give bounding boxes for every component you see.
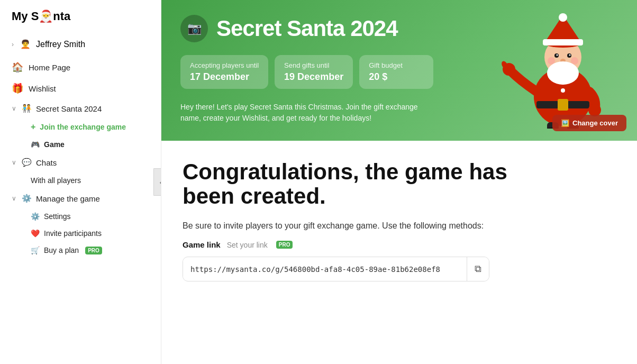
sidebar-item-home[interactable]: 🏠 Home Page <box>5 57 156 78</box>
invite-icon: ❤️ <box>31 229 40 238</box>
accepting-label: Accepting players until <box>190 61 259 69</box>
send-label: Send gifts until <box>284 61 343 69</box>
secret-santa-group-label: Secret Santa 2024 <box>36 104 102 113</box>
sidebar-item-join[interactable]: + Join the exchange game <box>24 118 156 136</box>
invite-description: Be sure to invite players to your gift e… <box>183 221 542 231</box>
page-content: Congratulations, the game has been creat… <box>161 141 563 301</box>
sidebar-group-secret-santa[interactable]: ∨ 🧑‍🤝‍🧑 Secret Santa 2024 <box>5 99 156 118</box>
change-cover-label: Change cover <box>572 119 618 127</box>
manage-sub: ⚙️ Settings ❤️ Invite participants 🛒 Buy… <box>5 208 156 259</box>
sidebar-user[interactable]: › 🧑‍🦱 Jeffrey Smith <box>5 34 156 54</box>
all-players-label: With all players <box>31 176 81 185</box>
sidebar-item-settings[interactable]: ⚙️ Settings <box>24 208 156 225</box>
sidebar: My S🎅nta › 🧑‍🦱 Jeffrey Smith 🏠 Home Page… <box>0 0 161 364</box>
pro-badge-link: PRO <box>276 241 293 249</box>
settings-label: Settings <box>44 212 71 221</box>
user-avatar: 🧑‍🦱 <box>20 39 31 49</box>
copy-icon: ⧉ <box>475 263 481 275</box>
game-link-row: Game link Set your link PRO <box>183 240 542 249</box>
svg-point-3 <box>561 88 565 93</box>
chats-group-label: Chats <box>36 158 57 167</box>
sidebar-item-home-label: Home Page <box>29 63 70 72</box>
svg-point-12 <box>557 54 558 56</box>
chevron-down-icon: ∨ <box>12 105 16 112</box>
game-icon: 🎮 <box>31 140 40 149</box>
hero-card-accepting: Accepting players until 17 December <box>180 55 268 89</box>
plus-icon: + <box>31 122 35 132</box>
hero-description: Hey there! Let's play Secret Santa this … <box>180 102 434 124</box>
set-your-link-label: Set your link <box>227 241 268 249</box>
sidebar-item-buy-plan[interactable]: 🛒 Buy a plan PRO <box>24 242 156 259</box>
chevron-right-icon: › <box>12 41 14 48</box>
hero-card-send: Send gifts until 19 December <box>275 55 353 89</box>
change-cover-button[interactable]: 🖼️ Change cover <box>552 115 626 131</box>
chats-sub: With all players <box>5 172 156 189</box>
main-content: 📷 Secret Santa 2024 Accepting players un… <box>161 0 637 364</box>
budget-label: Gift budget <box>369 61 424 69</box>
svg-point-8 <box>559 13 567 22</box>
pro-badge: PRO <box>85 247 102 254</box>
manage-icon: ⚙️ <box>22 194 32 203</box>
sidebar-nav: › 🧑‍🦱 Jeffrey Smith 🏠 Home Page 🎁 Wishli… <box>0 34 161 259</box>
chevron-down-icon-manage: ∨ <box>12 195 16 202</box>
secret-santa-sub: + Join the exchange game 🎮 Game <box>5 118 156 153</box>
secret-santa-icon: 🧑‍🤝‍🧑 <box>22 104 32 113</box>
manage-group-label: Manage the game <box>36 194 100 203</box>
invite-label: Invite participants <box>44 229 102 238</box>
camera-button[interactable]: 📷 <box>180 15 208 42</box>
camera-icon: 📷 <box>187 22 202 35</box>
hero-title: Secret Santa 2024 <box>216 16 398 41</box>
user-name: Jeffrey Smith <box>36 40 85 49</box>
sidebar-item-all-players[interactable]: With all players <box>24 172 156 189</box>
copy-url-button[interactable]: ⧉ <box>467 257 489 281</box>
game-label: Game <box>44 140 65 149</box>
sidebar-item-wishlist-label: Wishlist <box>29 84 56 93</box>
svg-rect-2 <box>558 99 568 111</box>
game-url-input[interactable] <box>183 259 467 280</box>
chevron-down-icon-chats: ∨ <box>12 159 16 166</box>
settings-icon: ⚙️ <box>31 212 40 221</box>
svg-point-18 <box>550 67 576 84</box>
svg-rect-9 <box>543 39 583 46</box>
svg-point-13 <box>569 54 571 56</box>
wishlist-icon: 🎁 <box>12 83 23 94</box>
sidebar-group-chats[interactable]: ∨ 💬 Chats <box>5 153 156 172</box>
app-logo: My S🎅nta <box>0 10 161 34</box>
url-row: ⧉ <box>183 257 489 281</box>
change-cover-icon: 🖼️ <box>561 119 569 127</box>
congrats-heading: Congratulations, the game has been creat… <box>183 160 542 208</box>
send-value: 19 December <box>284 71 343 83</box>
svg-point-14 <box>548 57 555 65</box>
game-link-label: Game link <box>183 240 221 249</box>
join-label: Join the exchange game <box>40 123 126 131</box>
buy-plan-label: Buy a plan <box>44 246 79 254</box>
sidebar-group-manage[interactable]: ∨ ⚙️ Manage the game <box>5 189 156 208</box>
budget-value: 20 $ <box>369 71 424 83</box>
sidebar-item-invite[interactable]: ❤️ Invite participants <box>24 225 156 242</box>
hero-card-budget: Gift budget 20 $ <box>359 55 433 89</box>
sidebar-item-wishlist[interactable]: 🎁 Wishlist <box>5 78 156 99</box>
home-icon: 🏠 <box>12 61 23 73</box>
cart-icon: 🛒 <box>31 246 40 254</box>
sidebar-item-game[interactable]: 🎮 Game <box>24 136 156 153</box>
accepting-value: 17 December <box>190 71 259 83</box>
chats-icon: 💬 <box>22 158 32 167</box>
svg-point-15 <box>571 57 578 65</box>
hero-banner: 📷 Secret Santa 2024 Accepting players un… <box>161 0 637 141</box>
logo-icon: My S🎅nta <box>12 10 70 23</box>
sidebar-collapse-button[interactable]: ‹ <box>153 168 161 196</box>
